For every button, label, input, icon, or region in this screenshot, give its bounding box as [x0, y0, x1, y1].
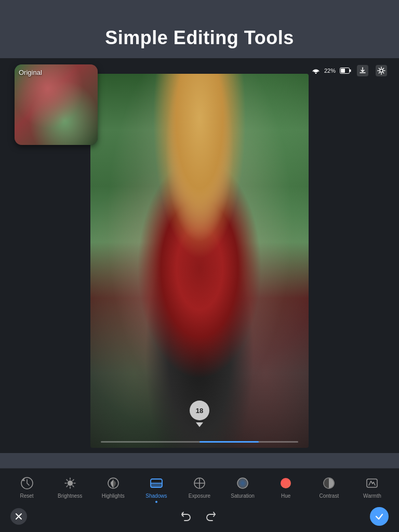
- slider-arrow: [196, 422, 203, 427]
- editing-area: 22% Original: [0, 58, 399, 453]
- tool-warmth[interactable]: Warmth: [356, 473, 388, 501]
- original-label: Original: [19, 69, 42, 76]
- tool-exposure-label: Exposure: [189, 493, 210, 499]
- tool-brightness[interactable]: Brightness: [55, 473, 86, 501]
- slider-track-filled: [200, 441, 259, 443]
- battery-icon: [340, 68, 351, 74]
- cancel-button[interactable]: [10, 508, 27, 525]
- slider-value: 18: [190, 401, 209, 420]
- action-row: [0, 503, 399, 532]
- tool-brightness-label: Brightness: [58, 493, 82, 499]
- svg-rect-12: [151, 483, 162, 487]
- tool-hue-label: Hue: [281, 493, 290, 499]
- tool-shadows[interactable]: Shadows: [141, 473, 172, 501]
- tool-highlights-label: Highlights: [102, 493, 125, 499]
- main-photo: [90, 74, 309, 448]
- tool-exposure[interactable]: Exposure: [184, 473, 215, 501]
- redo-button[interactable]: [205, 510, 217, 523]
- tool-hue[interactable]: Hue: [270, 473, 301, 501]
- page-title: Simple Editing Tools: [0, 0, 399, 58]
- svg-rect-2: [350, 70, 351, 72]
- svg-point-15: [237, 478, 248, 488]
- tool-reset[interactable]: Reset: [11, 473, 43, 501]
- tool-saturation-label: Saturation: [231, 493, 255, 499]
- confirm-button[interactable]: [370, 507, 389, 526]
- status-bar: 22%: [312, 63, 389, 78]
- tools-row: Reset Brightness: [0, 468, 399, 503]
- bottom-toolbar: Reset Brightness: [0, 468, 399, 532]
- tool-reset-label: Reset: [20, 493, 33, 499]
- undo-redo-group: [180, 510, 217, 523]
- wifi-icon: [312, 68, 320, 74]
- tool-warmth-label: Warmth: [363, 493, 381, 499]
- svg-point-16: [281, 478, 291, 488]
- download-button[interactable]: [355, 63, 370, 78]
- tool-contrast[interactable]: Contrast: [313, 473, 344, 501]
- slider-track[interactable]: [101, 441, 298, 443]
- original-thumbnail[interactable]: Original: [15, 64, 98, 145]
- svg-rect-1: [341, 69, 345, 73]
- battery-percent: 22%: [324, 68, 336, 74]
- tool-highlights[interactable]: Highlights: [98, 473, 129, 501]
- svg-point-8: [68, 481, 73, 486]
- settings-button[interactable]: [374, 63, 389, 78]
- undo-button[interactable]: [180, 510, 192, 523]
- tool-contrast-label: Contrast: [319, 493, 339, 499]
- tool-shadows-label: Shadows: [145, 493, 167, 499]
- slider-indicator: 18: [190, 401, 209, 427]
- tool-saturation[interactable]: Saturation: [227, 473, 258, 501]
